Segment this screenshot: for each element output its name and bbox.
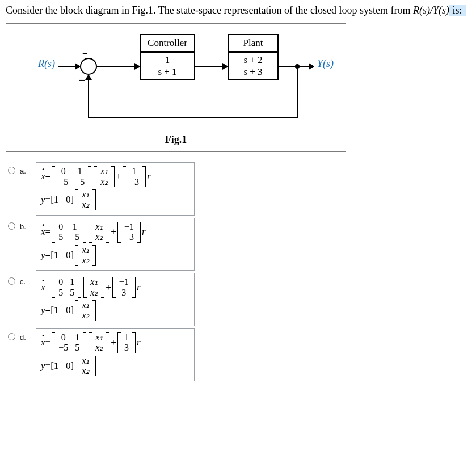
options-list: a. x = 01−5−5 x₁x₂ + 1−3 r y = [1 0] x₁x… <box>0 158 476 389</box>
option-d-radio[interactable] <box>8 333 15 340</box>
state-vector: x₁x₂ <box>75 300 96 321</box>
option-a[interactable]: a. x = 01−5−5 x₁x₂ + 1−3 r y = [1 0] x₁x… <box>5 162 471 216</box>
controller-block: 1 s + 1 <box>140 52 195 80</box>
option-b-label: b. <box>20 222 28 231</box>
plant-block: s + 2 s + 3 <box>228 52 279 80</box>
option-d-label: d. <box>20 333 28 342</box>
feedback-vertical-left <box>88 75 89 118</box>
question-ratio: R(s)/Y(s) <box>413 5 449 16</box>
state-vector: x₁x₂ <box>75 245 96 266</box>
option-c-radio[interactable] <box>8 277 15 285</box>
state-vector: x₁x₂ <box>89 332 109 353</box>
option-a-A: 01−5−5 <box>52 166 91 187</box>
state-vector: x₁x₂ <box>89 222 109 243</box>
arrow-input <box>58 66 80 67</box>
option-d[interactable]: d. x = 01−55 x₁x₂ + 13 r y = [1 0] x₁x₂ <box>5 328 471 382</box>
feedback-horizontal <box>88 117 298 118</box>
option-a-content: x = 01−5−5 x₁x₂ + 1−3 r y = [1 0] x₁x₂ <box>36 162 195 216</box>
state-vector: x₁x₂ <box>83 277 104 298</box>
state-vector: x₁x₂ <box>75 356 96 377</box>
option-d-state-eq: x = 01−55 x₁x₂ + 13 r <box>41 332 189 353</box>
sum-minus: − <box>79 74 85 87</box>
summing-junction <box>80 58 97 75</box>
option-b-output-eq: y = [1 0] x₁x₂ <box>41 245 189 266</box>
option-a-B: 1−3 <box>123 166 146 187</box>
option-d-content: x = 01−55 x₁x₂ + 13 r y = [1 0] x₁x₂ <box>36 328 195 382</box>
pickoff-node <box>295 64 300 69</box>
plant-title: Plant <box>228 34 279 52</box>
option-a-output-eq: y = [1 0] x₁x₂ <box>41 189 189 210</box>
option-c[interactable]: c. x = 0155 x₁x₂ + −13 r y = [1 0] x₁x₂ <box>5 273 471 326</box>
option-a-label: a. <box>20 167 28 175</box>
option-b-B: −1−3 <box>117 222 141 243</box>
option-b-content: x = 015−5 x₁x₂ + −1−3 r y = [1 0] x₁x₂ <box>36 218 195 271</box>
option-c-label: c. <box>20 277 28 286</box>
block-diagram: R(s) + − Controller 1 s + 1 Plant s + 2 … <box>18 35 338 132</box>
option-d-B: 13 <box>117 332 136 353</box>
state-vector: x₁x₂ <box>94 166 115 187</box>
option-c-A: 0155 <box>52 277 81 298</box>
state-vector: x₁x₂ <box>75 189 96 210</box>
option-c-content: x = 0155 x₁x₂ + −13 r y = [1 0] x₁x₂ <box>36 273 195 326</box>
question-stem: Consider the block diagram in Fig.1. The… <box>0 0 476 20</box>
output-signal-label: Y(s) <box>317 58 334 70</box>
controller-num: 1 <box>141 53 194 66</box>
arrow-sum-to-controller <box>97 66 140 67</box>
option-a-radio[interactable] <box>8 167 15 174</box>
feedback-vertical-right <box>297 66 298 118</box>
option-c-output-eq: y = [1 0] x₁x₂ <box>41 300 189 321</box>
option-c-state-eq: x = 0155 x₁x₂ + −13 r <box>41 277 189 298</box>
question-text-prefix: Consider the block diagram in Fig.1. The… <box>6 5 413 16</box>
option-d-output-eq: y = [1 0] x₁x₂ <box>41 356 189 377</box>
figure-box: R(s) + − Controller 1 s + 1 Plant s + 2 … <box>6 23 346 152</box>
plant-num: s + 2 <box>229 53 277 66</box>
option-b-radio[interactable] <box>8 222 15 230</box>
controller-den: s + 1 <box>141 66 194 79</box>
option-b-state-eq: x = 015−5 x₁x₂ + −1−3 r <box>41 222 189 243</box>
figure-caption: Fig.1 <box>14 134 338 146</box>
option-d-A: 01−55 <box>52 332 86 353</box>
input-signal-label: R(s) <box>38 58 55 70</box>
option-b-A: 015−5 <box>52 222 86 243</box>
controller-title: Controller <box>140 34 195 52</box>
question-text-suffix: is: <box>449 5 466 16</box>
option-b[interactable]: b. x = 015−5 x₁x₂ + −1−3 r y = [1 0] x₁x… <box>5 218 471 271</box>
option-c-B: −13 <box>112 277 136 298</box>
option-a-state-eq: x = 01−5−5 x₁x₂ + 1−3 r <box>41 166 189 187</box>
arrow-controller-to-plant <box>195 66 228 67</box>
plant-den: s + 3 <box>229 66 277 79</box>
